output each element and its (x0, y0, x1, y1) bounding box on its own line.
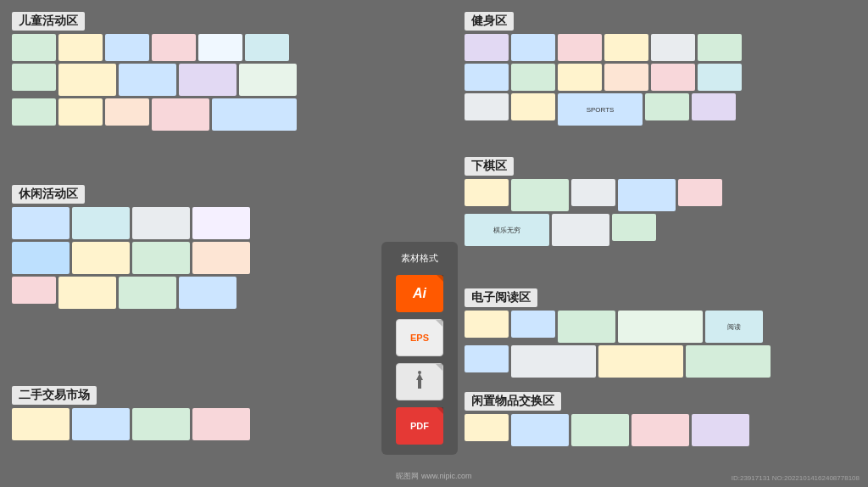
thumb (698, 34, 742, 61)
thumb (72, 207, 130, 239)
chess-row-2: 棋乐无穷 (465, 214, 722, 246)
thumb (465, 34, 509, 61)
thumb (465, 345, 509, 372)
ps-icon-svg (409, 370, 430, 394)
fitness-area-title: 健身区 (465, 12, 514, 31)
thumb (686, 345, 771, 378)
thumb (58, 98, 103, 126)
children-row-2 (12, 64, 297, 96)
ai-label: Ai (413, 286, 426, 301)
thumb: 棋乐无穷 (465, 214, 549, 246)
pdf-format-icon: PDF (396, 407, 443, 445)
fitness-row-1 (465, 34, 742, 61)
fold-corner (437, 407, 443, 414)
thumb (192, 207, 250, 239)
chess-area-section: 下棋区 棋乐无穷 (465, 157, 722, 249)
thumb (465, 414, 509, 441)
format-box-title: 素材格式 (401, 252, 438, 265)
reading-row-1: 阅读 (465, 311, 771, 343)
ai-format-icon: Ai (396, 275, 443, 312)
thumb (692, 93, 736, 120)
thumb (571, 414, 629, 446)
thumb (105, 34, 149, 61)
thumb (12, 207, 70, 239)
fitness-row-2 (465, 64, 742, 91)
thumb (598, 345, 683, 378)
thumb (571, 179, 615, 206)
eps-format-icon: EPS (396, 319, 443, 356)
thumb (465, 179, 509, 206)
thumb (651, 34, 695, 61)
thumb (511, 414, 569, 446)
thumb (511, 179, 569, 211)
thumb (245, 34, 289, 61)
thumb (132, 207, 190, 239)
thumb (465, 93, 509, 120)
thumb (511, 311, 555, 338)
thumb (192, 408, 250, 440)
leisure-area-title: 休闲活动区 (12, 185, 85, 204)
children-area-section: 儿童活动区 (12, 12, 297, 133)
thumb (511, 93, 555, 120)
thumb (558, 64, 602, 91)
thumb (119, 277, 176, 309)
thumb (511, 345, 596, 378)
thumb (239, 64, 297, 96)
thumb (179, 277, 236, 309)
thumb (152, 34, 196, 61)
fitness-row-3: SPORTS (465, 93, 742, 126)
thumb (618, 311, 703, 343)
thumb (58, 64, 116, 96)
exchange-row-1 (465, 414, 749, 446)
ps-format-icon (396, 363, 443, 400)
reading-area-section: 电子阅读区 阅读 (465, 288, 771, 380)
chess-area-title: 下棋区 (465, 157, 514, 176)
thumb (132, 408, 190, 440)
secondhand-area-title: 二手交易市场 (12, 386, 97, 405)
thumb: SPORTS (558, 93, 643, 126)
thumb (12, 242, 70, 274)
thumb (179, 64, 236, 96)
thumb (192, 242, 250, 274)
thumb (12, 98, 56, 126)
id-info: ID:23917131 NO:20221014162408778108 (732, 474, 860, 482)
exchange-area-title: 闲置物品交换区 (465, 392, 561, 411)
thumb (465, 64, 509, 91)
exchange-area-section: 闲置物品交换区 (465, 392, 749, 449)
thumb (552, 214, 609, 246)
thumb (105, 98, 149, 126)
thumb (692, 414, 749, 446)
thumb (618, 179, 676, 211)
thumb (72, 242, 130, 274)
thumb (198, 34, 242, 61)
fold-corner (436, 320, 442, 327)
secondhand-area-section: 二手交易市场 (12, 386, 250, 443)
thumb (12, 408, 70, 440)
thumb (132, 242, 190, 274)
children-area-title: 儿童活动区 (12, 12, 85, 31)
reading-area-title: 电子阅读区 (465, 288, 537, 307)
thumb (12, 64, 56, 91)
thumb (465, 311, 509, 338)
thumb (698, 64, 742, 91)
thumb (212, 98, 297, 131)
eps-label: EPS (410, 333, 429, 343)
thumb (511, 34, 555, 61)
thumb (604, 64, 648, 91)
svg-point-0 (418, 371, 421, 374)
fold-corner (436, 364, 442, 371)
thumb (119, 64, 176, 96)
secondhand-row-1 (12, 408, 250, 440)
leisure-row-3 (12, 277, 250, 309)
thumb (58, 277, 116, 309)
children-row-1 (12, 34, 297, 61)
children-row-3 (12, 98, 297, 131)
thumb (612, 214, 656, 241)
reading-row-2 (465, 345, 771, 378)
thumb (511, 64, 555, 91)
thumb (604, 34, 648, 61)
thumb (678, 179, 722, 206)
thumb (645, 93, 689, 120)
leisure-area-section: 休闲活动区 (12, 185, 250, 311)
thumb (58, 34, 103, 61)
